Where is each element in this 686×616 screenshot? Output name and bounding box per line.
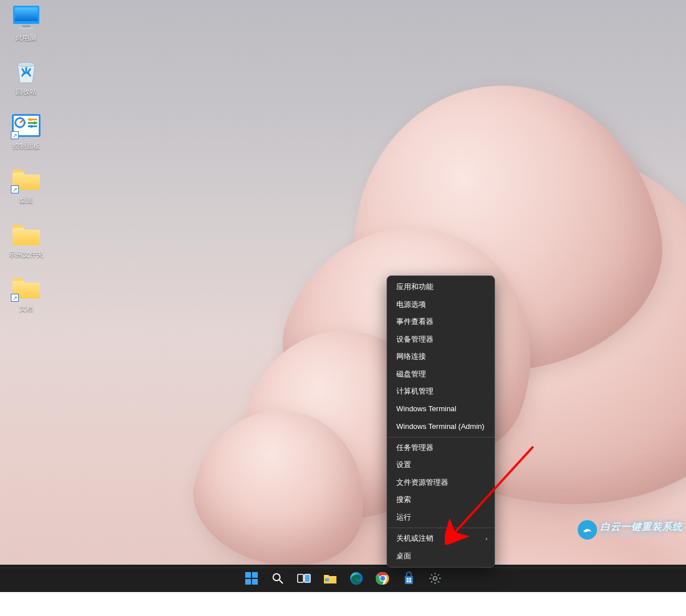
start-icon xyxy=(245,572,258,585)
menu-item-label: 关机或注销 xyxy=(396,533,433,544)
desktop-icon-label: 控制面板 xyxy=(13,141,40,151)
desktop-icon-label: 回收站 xyxy=(16,87,36,97)
svg-rect-2 xyxy=(22,25,30,27)
edge-icon xyxy=(350,572,363,585)
menu-item-label: 桌面 xyxy=(396,551,411,561)
svg-rect-18 xyxy=(252,579,258,585)
menu-item-windows-terminal[interactable]: Windows Terminal xyxy=(387,400,494,418)
chevron-right-icon: › xyxy=(485,535,488,542)
shortcut-overlay-icon: ↗ xyxy=(11,131,19,139)
desktop-icon-documents-folder[interactable]: ↗ 文档 xyxy=(5,275,48,314)
watermark-title: 白云一键重装系统 xyxy=(600,522,683,533)
start-button[interactable] xyxy=(240,567,263,590)
chrome-icon xyxy=(376,572,389,585)
menu-item-label: 计算机管理 xyxy=(396,386,433,396)
menu-item-label: 任务管理器 xyxy=(396,443,433,453)
desktop-icon-control-panel[interactable]: ↗ 控制面板 xyxy=(5,113,48,151)
svg-rect-30 xyxy=(409,578,411,580)
crop-line xyxy=(0,568,686,568)
svg-point-12 xyxy=(34,121,36,124)
desktop-icon-this-pc[interactable]: 此电脑 xyxy=(5,5,48,43)
search-icon xyxy=(271,572,284,585)
menu-item-label: Windows Terminal xyxy=(396,404,456,413)
task-view-icon xyxy=(297,573,311,584)
taskbar-edge[interactable] xyxy=(345,567,368,590)
svg-rect-22 xyxy=(305,574,310,582)
svg-rect-3 xyxy=(19,27,34,29)
desktop-icon-label: 此电脑 xyxy=(16,33,36,43)
menu-item-network-connections[interactable]: 网络连接 xyxy=(387,348,494,366)
svg-point-11 xyxy=(29,118,32,121)
menu-item-label: 搜索 xyxy=(396,495,411,505)
menu-item-settings[interactable]: 设置 xyxy=(387,456,494,474)
taskbar-store[interactable] xyxy=(397,567,420,590)
menu-item-power-options[interactable]: 电源选项 xyxy=(387,296,494,314)
svg-point-4 xyxy=(18,62,35,67)
menu-item-apps-features[interactable]: 应用和功能 xyxy=(387,278,494,296)
menu-separator xyxy=(387,437,494,437)
menu-item-label: 电源选项 xyxy=(396,299,426,310)
svg-point-19 xyxy=(273,574,280,581)
menu-item-task-manager[interactable]: 任务管理器 xyxy=(387,439,494,457)
folder-icon xyxy=(11,222,42,246)
menu-item-event-viewer[interactable]: 事件查看器 xyxy=(387,313,494,331)
svg-rect-15 xyxy=(245,572,251,578)
taskbar-chrome[interactable] xyxy=(371,567,394,590)
menu-item-label: 运行 xyxy=(396,512,411,522)
svg-rect-29 xyxy=(407,578,409,580)
svg-point-33 xyxy=(433,577,436,580)
menu-item-label: 设置 xyxy=(396,460,411,470)
menu-item-windows-terminal-admin[interactable]: Windows Terminal (Admin) xyxy=(387,418,494,435)
svg-line-20 xyxy=(279,580,283,583)
menu-item-shutdown-signout[interactable]: 关机或注销 › xyxy=(387,530,494,548)
desktop-icon-recycle-bin[interactable]: 回收站 xyxy=(5,59,48,97)
desktop[interactable]: 此电脑 回收站 ↗ 控制面板 ↗ 桌面 示例文件夹 xyxy=(0,0,686,565)
winx-context-menu: 应用和功能 电源选项 事件查看器 设备管理器 网络连接 磁盘管理 计算机管理 W… xyxy=(387,275,495,568)
desktop-icon-label: 文档 xyxy=(19,304,33,314)
menu-item-label: 磁盘管理 xyxy=(396,369,426,379)
menu-separator xyxy=(387,528,494,528)
svg-rect-17 xyxy=(245,579,251,585)
watermark-logo-icon xyxy=(578,520,597,540)
menu-item-run[interactable]: 运行 xyxy=(387,509,494,526)
menu-item-desktop[interactable]: 桌面 xyxy=(387,548,494,565)
desktop-icon-desktop-folder[interactable]: ↗ 桌面 xyxy=(5,167,48,205)
svg-rect-1 xyxy=(15,7,38,21)
menu-item-label: 网络连接 xyxy=(396,351,426,362)
desktop-icon-column: 此电脑 回收站 ↗ 控制面板 ↗ 桌面 示例文件夹 xyxy=(5,5,48,314)
watermark-url: www.baiyunxitong.com xyxy=(600,532,683,538)
watermark: 白云一键重装系统 www.baiyunxitong.com xyxy=(578,520,683,540)
taskbar xyxy=(0,565,686,592)
svg-rect-31 xyxy=(407,581,409,583)
svg-rect-24 xyxy=(325,578,329,581)
menu-item-file-explorer[interactable]: 文件资源管理器 xyxy=(387,474,494,492)
menu-item-search[interactable]: 搜索 xyxy=(387,491,494,509)
taskbar-task-view[interactable] xyxy=(293,567,315,590)
taskbar-settings[interactable] xyxy=(424,567,446,590)
file-explorer-icon xyxy=(323,573,337,584)
recycle-bin-icon xyxy=(12,58,40,86)
monitor-icon xyxy=(11,5,42,31)
svg-rect-32 xyxy=(409,581,411,583)
settings-icon xyxy=(428,572,442,585)
menu-item-label: 文件资源管理器 xyxy=(396,477,448,488)
svg-point-13 xyxy=(30,125,33,128)
menu-item-device-manager[interactable]: 设备管理器 xyxy=(387,331,494,348)
desktop-icon-label: 桌面 xyxy=(19,196,33,205)
taskbar-file-explorer[interactable] xyxy=(319,567,342,590)
taskbar-search[interactable] xyxy=(266,567,289,590)
desktop-icon-label: 示例文件夹 xyxy=(9,250,43,260)
menu-item-label: 设备管理器 xyxy=(396,334,433,345)
svg-rect-21 xyxy=(298,574,303,582)
desktop-icon-sample-folder[interactable]: 示例文件夹 xyxy=(5,221,48,260)
menu-item-label: Windows Terminal (Admin) xyxy=(396,422,484,431)
store-icon xyxy=(402,572,416,585)
menu-item-label: 事件查看器 xyxy=(396,317,433,327)
shortcut-overlay-icon: ↗ xyxy=(11,294,19,302)
menu-item-computer-management[interactable]: 计算机管理 xyxy=(387,383,494,400)
svg-rect-16 xyxy=(252,572,258,578)
menu-item-disk-management[interactable]: 磁盘管理 xyxy=(387,366,494,383)
shortcut-overlay-icon: ↗ xyxy=(11,185,19,193)
svg-point-28 xyxy=(380,576,385,581)
menu-item-label: 应用和功能 xyxy=(396,282,433,292)
